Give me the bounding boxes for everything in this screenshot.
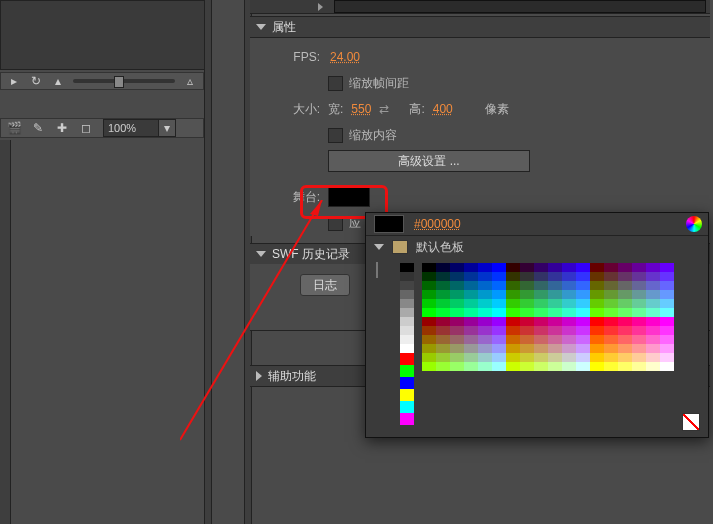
swatch[interactable] — [562, 344, 576, 353]
swatch[interactable] — [562, 362, 576, 371]
swatch[interactable] — [604, 299, 618, 308]
swatch[interactable] — [646, 353, 660, 362]
swatch[interactable] — [604, 344, 618, 353]
swatch[interactable] — [618, 353, 632, 362]
swatch[interactable] — [436, 353, 450, 362]
swatch[interactable] — [562, 335, 576, 344]
swatch[interactable] — [400, 389, 414, 401]
width-value[interactable]: 550 — [349, 102, 373, 116]
swatch[interactable] — [464, 353, 478, 362]
camera-icon[interactable]: 🎬 — [7, 121, 21, 135]
timeline-slider[interactable] — [73, 79, 175, 83]
swatch[interactable] — [478, 308, 492, 317]
swatch[interactable] — [492, 362, 506, 371]
swatch[interactable] — [632, 281, 646, 290]
zoom-dropdown-arrow[interactable]: ▾ — [158, 120, 175, 136]
grid-view-icon[interactable] — [376, 262, 378, 278]
swatch[interactable] — [632, 263, 646, 272]
swatch[interactable] — [422, 263, 436, 272]
grayscale-column[interactable] — [400, 263, 414, 353]
swatch[interactable] — [618, 335, 632, 344]
swatch[interactable] — [548, 272, 562, 281]
swatch[interactable] — [646, 290, 660, 299]
swatch[interactable] — [660, 308, 674, 317]
swatch[interactable] — [534, 326, 548, 335]
zoom-out-icon[interactable]: ▵ — [183, 74, 197, 88]
align-icon[interactable]: ✚ — [55, 121, 69, 135]
swatch[interactable] — [478, 335, 492, 344]
swatch[interactable] — [520, 290, 534, 299]
swatch[interactable] — [478, 326, 492, 335]
swatch[interactable] — [576, 281, 590, 290]
swatch[interactable] — [590, 353, 604, 362]
swatch[interactable] — [590, 362, 604, 371]
swatch[interactable] — [534, 335, 548, 344]
swatch[interactable] — [464, 317, 478, 326]
swatch[interactable] — [520, 281, 534, 290]
swatch[interactable] — [400, 344, 414, 353]
swatch[interactable] — [506, 335, 520, 344]
main-color-grid[interactable] — [422, 263, 674, 371]
swatch[interactable] — [590, 344, 604, 353]
swatch[interactable] — [436, 263, 450, 272]
play-icon[interactable]: ▸ — [7, 74, 21, 88]
swatch[interactable] — [400, 401, 414, 413]
swatch[interactable] — [422, 281, 436, 290]
swatch[interactable] — [492, 299, 506, 308]
swatch[interactable] — [400, 365, 414, 377]
swatch[interactable] — [548, 344, 562, 353]
swatch[interactable] — [646, 263, 660, 272]
swatch[interactable] — [464, 263, 478, 272]
swatch[interactable] — [618, 263, 632, 272]
swatch[interactable] — [660, 353, 674, 362]
swatch[interactable] — [548, 308, 562, 317]
swatch[interactable] — [646, 308, 660, 317]
swatch[interactable] — [464, 344, 478, 353]
apply-checkbox[interactable] — [328, 216, 343, 231]
swatch[interactable] — [478, 344, 492, 353]
swatch[interactable] — [400, 281, 414, 290]
swatch[interactable] — [450, 281, 464, 290]
swatch[interactable] — [450, 353, 464, 362]
properties-header[interactable]: 属性 — [250, 16, 710, 38]
swatch[interactable] — [660, 299, 674, 308]
swatch[interactable] — [618, 299, 632, 308]
swatch[interactable] — [534, 317, 548, 326]
swatch[interactable] — [506, 308, 520, 317]
swatch[interactable] — [506, 344, 520, 353]
swatch[interactable] — [548, 290, 562, 299]
swatch[interactable] — [562, 290, 576, 299]
zoom-value[interactable]: 100% — [104, 120, 158, 136]
swatch[interactable] — [422, 290, 436, 299]
swatch[interactable] — [534, 281, 548, 290]
swatch[interactable] — [464, 326, 478, 335]
swatch[interactable] — [548, 317, 562, 326]
swatch[interactable] — [478, 317, 492, 326]
swatch[interactable] — [576, 317, 590, 326]
swatch[interactable] — [632, 362, 646, 371]
swatch[interactable] — [506, 263, 520, 272]
collapse-icon[interactable] — [256, 24, 266, 30]
swatch[interactable] — [562, 326, 576, 335]
current-color-swatch[interactable] — [374, 215, 404, 233]
swatch[interactable] — [464, 308, 478, 317]
swatch[interactable] — [534, 353, 548, 362]
swatch[interactable] — [646, 326, 660, 335]
swatch[interactable] — [562, 272, 576, 281]
swatch[interactable] — [604, 290, 618, 299]
swatch[interactable] — [400, 353, 414, 365]
height-value[interactable]: 400 — [431, 102, 455, 116]
swatch[interactable] — [548, 335, 562, 344]
swatch[interactable] — [618, 281, 632, 290]
swatch[interactable] — [548, 299, 562, 308]
swatch[interactable] — [492, 272, 506, 281]
swatch[interactable] — [436, 308, 450, 317]
swatch[interactable] — [548, 263, 562, 272]
swatch[interactable] — [520, 263, 534, 272]
swatch[interactable] — [562, 317, 576, 326]
swatch[interactable] — [604, 317, 618, 326]
swatch[interactable] — [478, 353, 492, 362]
swatch[interactable] — [422, 362, 436, 371]
swatch[interactable] — [604, 353, 618, 362]
swatch[interactable] — [450, 335, 464, 344]
